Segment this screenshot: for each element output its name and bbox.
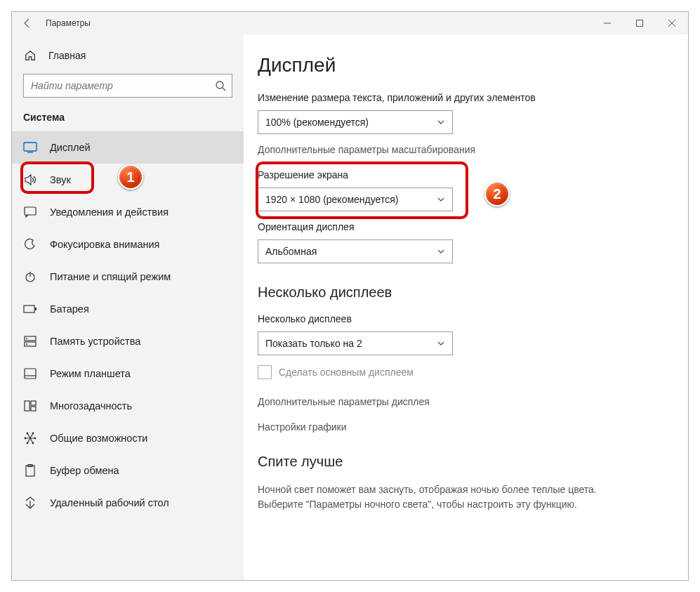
svg-rect-6 (35, 308, 37, 310)
close-button[interactable] (656, 12, 688, 34)
shared-icon (23, 431, 37, 445)
search-icon (215, 80, 226, 91)
combo-value: 100% (рекомендуется) (265, 117, 369, 128)
chevron-down-icon (437, 195, 445, 204)
sidebar-item-label: Уведомления и действия (50, 206, 169, 218)
svg-point-16 (32, 433, 34, 435)
content-area: Дисплей Изменение размера текста, прилож… (244, 34, 688, 580)
sidebar-item-label: Память устройства (50, 336, 140, 347)
svg-rect-14 (31, 407, 36, 411)
tablet-icon (23, 367, 37, 381)
sidebar-item-label: Режим планшета (50, 368, 131, 379)
resolution-label: Разрешение экрана (258, 169, 660, 180)
svg-rect-21 (26, 466, 34, 476)
sidebar-item-sound[interactable]: Звук (12, 164, 244, 196)
scale-label: Изменение размера текста, приложений и д… (258, 92, 660, 103)
sidebar-item-label: Буфер обмена (50, 465, 119, 476)
graphics-settings-link[interactable]: Настройки графики (258, 421, 660, 433)
svg-rect-13 (31, 401, 36, 405)
focus-icon (23, 237, 37, 251)
checkbox-icon (258, 365, 272, 379)
sidebar-item-multitask[interactable]: Многозадачность (12, 390, 244, 422)
svg-rect-12 (25, 401, 29, 411)
combo-value: 1920 × 1080 (рекомендуется) (265, 194, 398, 205)
svg-rect-11 (25, 369, 36, 379)
sidebar-item-label: Звук (50, 174, 71, 185)
combo-value: Показать только на 2 (265, 338, 362, 349)
settings-window: Параметры Главная (11, 11, 689, 581)
sidebar-item-label: Главная (48, 50, 86, 61)
page-title: Дисплей (258, 54, 660, 77)
advanced-display-link[interactable]: Дополнительные параметры дисплея (258, 396, 660, 407)
back-button[interactable] (12, 12, 43, 34)
sidebar-item-label: Удаленный рабочий стол (50, 497, 169, 508)
sidebar-item-notifications[interactable]: Уведомления и действия (12, 196, 244, 228)
svg-point-18 (34, 438, 37, 440)
sidebar-item-home[interactable]: Главная (12, 40, 244, 71)
display-icon (23, 140, 37, 154)
multi-displays-combo[interactable]: Показать только на 2 (258, 331, 453, 355)
storage-icon (23, 334, 37, 348)
sidebar-item-focus[interactable]: Фокусировка внимания (12, 228, 244, 261)
home-icon (23, 48, 37, 63)
chevron-down-icon (437, 118, 445, 126)
sound-icon (23, 173, 37, 187)
chevron-down-icon (437, 247, 445, 256)
battery-icon (23, 302, 37, 316)
remote-icon (23, 496, 37, 510)
svg-rect-2 (24, 143, 37, 151)
resolution-combo[interactable]: 1920 × 1080 (рекомендуется) (258, 188, 453, 211)
orientation-combo[interactable]: Альбомная (258, 239, 453, 263)
svg-point-10 (26, 343, 27, 345)
sidebar-item-remote[interactable]: Удаленный рабочий стол (12, 487, 244, 519)
sidebar-item-label: Общие возможности (50, 433, 147, 444)
multi-displays-label: Несколько дисплеев (258, 313, 660, 324)
svg-point-19 (27, 442, 29, 445)
multi-displays-title: Несколько дисплеев (258, 284, 660, 301)
sidebar-item-label: Питание и спящий режим (50, 271, 171, 282)
svg-point-1 (216, 81, 223, 88)
notifications-icon (23, 205, 37, 219)
make-primary-checkbox: Сделать основным дисплеем (258, 365, 660, 379)
svg-point-9 (26, 338, 27, 339)
svg-point-20 (32, 442, 34, 445)
search-input[interactable] (23, 74, 232, 98)
svg-rect-3 (25, 207, 36, 215)
sidebar-item-battery[interactable]: Батарея (12, 293, 244, 325)
checkbox-label: Сделать основным дисплеем (279, 367, 414, 378)
orientation-label: Ориентация дисплея (258, 221, 660, 232)
scale-combo[interactable]: 100% (рекомендуется) (258, 110, 453, 134)
clipboard-icon (23, 463, 37, 478)
sidebar-item-label: Дисплей (50, 142, 91, 153)
sidebar-item-label: Батарея (50, 303, 89, 315)
svg-point-15 (27, 433, 29, 435)
sidebar-item-shared[interactable]: Общие возможности (12, 422, 244, 454)
window-title: Параметры (46, 18, 91, 28)
svg-point-17 (25, 438, 27, 440)
combo-value: Альбомная (265, 246, 317, 257)
sidebar-item-clipboard[interactable]: Буфер обмена (12, 454, 244, 487)
maximize-button[interactable] (623, 12, 656, 34)
advanced-scaling-link[interactable]: Дополнительные параметры масштабирования (258, 144, 660, 155)
svg-rect-5 (24, 305, 34, 313)
multitask-icon (23, 399, 37, 413)
minimize-button[interactable] (591, 12, 623, 34)
titlebar: Параметры (12, 12, 688, 34)
sidebar-item-label: Фокусировка внимания (50, 239, 159, 250)
sleep-better-text: Ночной свет поможет вам заснуть, отображ… (258, 482, 637, 512)
svg-rect-0 (637, 20, 643, 27)
sidebar-item-tablet[interactable]: Режим планшета (12, 357, 244, 390)
power-icon (23, 270, 37, 284)
sidebar-item-storage[interactable]: Память устройства (12, 325, 244, 357)
sidebar: Главная Система Дисплей (12, 34, 244, 580)
chevron-down-icon (437, 339, 445, 348)
sidebar-section-label: Система (12, 106, 244, 131)
sidebar-item-label: Многозадачность (50, 400, 132, 412)
sleep-better-title: Спите лучше (258, 454, 660, 470)
sidebar-item-display[interactable]: Дисплей (12, 131, 244, 164)
sidebar-item-power[interactable]: Питание и спящий режим (12, 261, 244, 293)
